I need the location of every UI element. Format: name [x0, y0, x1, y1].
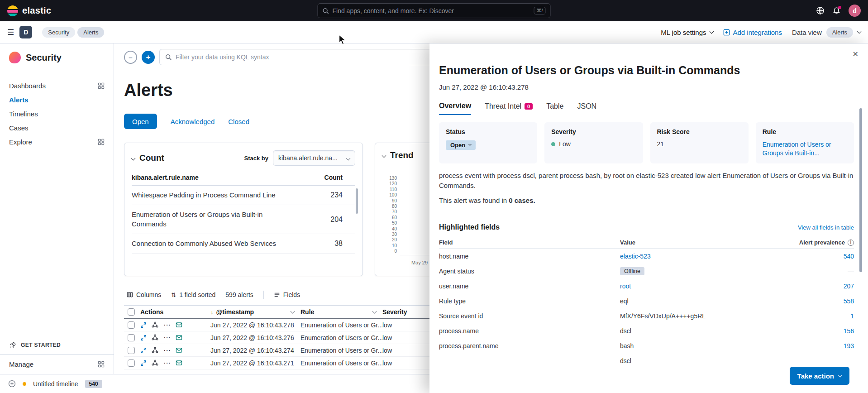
add-filter-icon[interactable]	[142, 51, 155, 64]
investigate-in-timeline-icon[interactable]	[176, 347, 182, 354]
count-row[interactable]: Whitespace Padding in Process Command Li…	[132, 186, 355, 205]
get-started-link[interactable]: GET STARTED	[0, 336, 114, 354]
investigate-in-timeline-icon[interactable]	[176, 359, 182, 366]
alert-status-badge[interactable]: Open	[446, 140, 476, 150]
global-search-input[interactable]: Find apps, content, and more. Ex: Discov…	[318, 3, 551, 18]
prevalence-count[interactable]: 207	[795, 283, 854, 290]
expand-alert-icon[interactable]	[140, 322, 147, 328]
sidebar-item-dashboards[interactable]: Dashboards	[0, 79, 114, 93]
alert-timestamp-cell: Jun 27, 2022 @ 16:10:43.271	[210, 359, 300, 367]
notifications-bell-icon[interactable]	[833, 7, 840, 14]
close-flyout-icon[interactable]	[853, 50, 858, 58]
kql-placeholder: Filter your data using KQL syntax	[176, 53, 269, 61]
prevalence-count[interactable]: 1	[795, 312, 854, 320]
column-header-rule[interactable]: Rule	[300, 308, 382, 316]
sidebar-item-explore[interactable]: Explore	[0, 135, 114, 149]
count-table-scrollbar[interactable]	[356, 188, 358, 214]
row-checkbox[interactable]	[128, 321, 135, 329]
user-avatar[interactable]: d	[849, 5, 861, 17]
timeline-title[interactable]: Untitled timeline	[33, 380, 78, 388]
space-avatar[interactable]: D	[19, 26, 32, 38]
menu-icon[interactable]	[7, 28, 14, 37]
ml-job-settings-button[interactable]: ML job settings	[661, 29, 713, 36]
expand-alert-icon[interactable]	[140, 360, 147, 366]
tab-json[interactable]: JSON	[577, 102, 596, 115]
prevalence-count[interactable]: 156	[795, 327, 854, 335]
filter-open-button[interactable]: Open	[124, 114, 157, 129]
column-menu-chevron-icon[interactable]	[372, 309, 377, 313]
info-icon[interactable]	[848, 240, 854, 246]
field-row: Rule type eql 558	[439, 293, 854, 308]
sidebar-item-manage[interactable]: Manage	[0, 354, 114, 374]
flyout-scrollbar[interactable]	[859, 108, 862, 272]
data-view-picker[interactable]: Data view Alerts	[792, 27, 861, 38]
expand-alert-icon[interactable]	[140, 335, 147, 341]
take-action-button[interactable]: Take action	[790, 367, 849, 385]
rule-link[interactable]: Enumeration of Users or Groups via Built…	[763, 140, 847, 158]
alert-rule-cell[interactable]: Enumeration of Users or Gr...	[300, 347, 382, 354]
exclude-filter-icon[interactable]	[124, 51, 137, 64]
collapse-chevron-icon[interactable]	[131, 156, 136, 160]
fields-button[interactable]: Fields	[274, 291, 300, 298]
columns-button[interactable]: Columns	[127, 291, 161, 298]
count-row[interactable]: Enumeration of Users or Groups via Built…	[132, 205, 355, 234]
sidebar-item-cases[interactable]: Cases	[0, 121, 114, 135]
alert-rule-cell[interactable]: Enumeration of Users or Gr...	[300, 359, 382, 367]
view-all-fields-link[interactable]: View all fields in table	[798, 224, 854, 231]
sidebar-item-alerts[interactable]: Alerts	[0, 93, 114, 107]
more-actions-icon[interactable]	[163, 334, 171, 341]
chevron-down-icon	[346, 156, 351, 160]
y-tick-label: 110	[382, 187, 397, 192]
rocket-icon	[9, 341, 16, 349]
analyze-event-icon[interactable]	[152, 334, 158, 341]
more-actions-icon[interactable]	[163, 347, 171, 354]
row-checkbox[interactable]	[128, 347, 135, 354]
sort-icon	[171, 291, 176, 298]
column-header-timestamp[interactable]: @timestamp	[210, 308, 300, 316]
sort-fields-button[interactable]: 1 field sorted	[171, 291, 215, 298]
host-name-link[interactable]: elastic-523	[620, 253, 651, 260]
user-name-link[interactable]: root	[620, 283, 631, 290]
count-row[interactable]: Connection to Commonly Abused Web Servic…	[132, 234, 355, 254]
tab-table[interactable]: Table	[546, 102, 563, 115]
globe-icon[interactable]	[816, 6, 825, 15]
alert-summary-stats: Status Open Severity Low Risk Score 21	[439, 122, 854, 163]
row-checkbox[interactable]	[128, 359, 135, 367]
plus-circle-icon[interactable]	[8, 380, 16, 388]
filter-closed-button[interactable]: Closed	[228, 118, 249, 125]
select-all-checkbox[interactable]	[128, 308, 135, 316]
column-menu-chevron-icon[interactable]	[291, 309, 295, 313]
filter-acknowledged-button[interactable]: Acknowledged	[171, 118, 215, 125]
field-row: process.name dscl 156	[439, 323, 854, 338]
row-checkbox[interactable]	[128, 334, 135, 341]
tab-overview[interactable]: Overview	[439, 102, 471, 115]
elastic-home-link[interactable]: elastic	[7, 5, 51, 16]
count-panel-title: Count	[139, 153, 164, 163]
alert-rule-cell[interactable]: Enumeration of Users or Gr...	[300, 321, 382, 329]
collapse-chevron-icon[interactable]	[382, 153, 386, 158]
add-integrations-link[interactable]: Add integrations	[723, 29, 782, 36]
investigate-in-timeline-icon[interactable]	[176, 321, 182, 328]
prevalence-count[interactable]: 558	[795, 297, 854, 305]
prevalence-count[interactable]: 540	[795, 253, 854, 260]
more-actions-icon[interactable]	[163, 359, 171, 367]
sidebar-item-timelines[interactable]: Timelines	[0, 107, 114, 121]
expand-alert-icon[interactable]	[140, 347, 147, 354]
more-actions-icon[interactable]	[163, 321, 171, 329]
analyze-event-icon[interactable]	[152, 359, 158, 366]
tab-threat-intel[interactable]: Threat Intel 0	[485, 102, 533, 115]
analyze-event-icon[interactable]	[152, 321, 158, 328]
investigate-in-timeline-icon[interactable]	[176, 334, 182, 341]
unsaved-changes-dot	[23, 382, 26, 386]
grid-icon	[98, 361, 105, 368]
chevron-down-icon	[709, 29, 714, 34]
trend-y-axis: 130 120 110 100 90 80 70 60 50 40 30 20 …	[382, 176, 397, 254]
breadcrumb-alerts[interactable]: Alerts	[77, 27, 104, 38]
stack-by-select[interactable]: kibana.alert.rule.na...	[273, 150, 355, 166]
breadcrumb-security[interactable]: Security	[42, 27, 75, 38]
y-tick-label: 0	[382, 249, 397, 254]
security-sidebar: Security Dashboards Alerts Timelines Cas…	[0, 43, 114, 374]
prevalence-count[interactable]: 193	[795, 342, 854, 350]
alert-rule-cell[interactable]: Enumeration of Users or Gr...	[300, 334, 382, 341]
analyze-event-icon[interactable]	[152, 347, 158, 354]
